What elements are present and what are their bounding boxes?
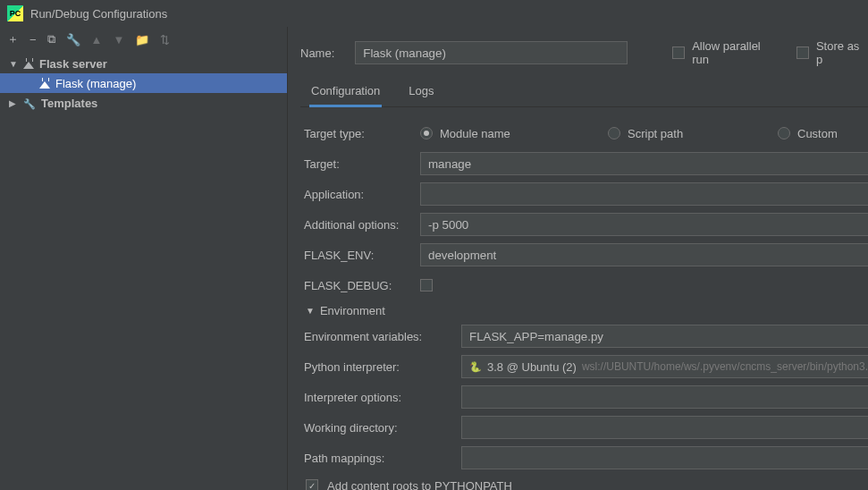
config-tree: ▼ Flask server Flask (manage) ▶ Template… bbox=[0, 52, 287, 490]
interpreter-label: Python interpreter: bbox=[304, 360, 461, 374]
checkbox-icon bbox=[672, 46, 685, 59]
checkbox-icon bbox=[796, 46, 809, 59]
chevron-down-icon: ▼ bbox=[9, 59, 18, 69]
radio-label: Custom bbox=[797, 127, 838, 140]
target-label: Target: bbox=[304, 157, 420, 171]
python-icon: 🐍 bbox=[469, 361, 482, 373]
environment-section-header[interactable]: ▼ Environment bbox=[300, 300, 868, 321]
tabs: Configuration Logs bbox=[300, 79, 868, 107]
titlebar: PC Run/Debug Configurations bbox=[0, 0, 868, 27]
tree-group-label: Templates bbox=[41, 97, 97, 110]
section-label: Environment bbox=[320, 304, 385, 317]
working-dir-label: Working directory: bbox=[304, 421, 461, 435]
path-mappings-input[interactable] bbox=[461, 446, 868, 469]
add-icon[interactable]: ＋ bbox=[7, 31, 19, 47]
toolbar: ＋ − ⧉ 🔧 ▲ ▼ 📁 ⇅ bbox=[0, 27, 287, 52]
radio-icon bbox=[608, 127, 620, 139]
chevron-right-icon: ▶ bbox=[9, 98, 18, 108]
additional-options-label: Additional options: bbox=[304, 218, 420, 232]
right-pane: Name: Allow parallel run Store as p Conf… bbox=[288, 27, 868, 490]
flask-icon bbox=[23, 58, 34, 69]
interp-options-input[interactable] bbox=[461, 385, 868, 409]
env-vars-label: Environment variables: bbox=[304, 330, 461, 343]
pycharm-logo-icon: PC bbox=[7, 5, 23, 21]
tree-group-templates[interactable]: ▶ Templates bbox=[0, 93, 287, 113]
name-label: Name: bbox=[300, 46, 341, 60]
tree-item-flask-manage[interactable]: Flask (manage) bbox=[0, 73, 287, 93]
radio-module-name[interactable]: Module name bbox=[420, 127, 608, 140]
checkbox-label: Add content roots to PYTHONPATH bbox=[327, 479, 512, 491]
sort-icon[interactable]: ⇅ bbox=[160, 33, 170, 46]
checkbox-label: Store as p bbox=[816, 39, 868, 66]
application-label: Application: bbox=[304, 188, 420, 201]
working-dir-input[interactable] bbox=[461, 416, 868, 439]
additional-options-input[interactable] bbox=[420, 213, 868, 236]
folder-icon[interactable]: 📁 bbox=[135, 33, 149, 46]
radio-custom[interactable]: Custom bbox=[778, 127, 838, 140]
remove-icon[interactable]: − bbox=[29, 33, 37, 46]
flask-icon bbox=[39, 78, 50, 89]
store-as-checkbox[interactable]: Store as p bbox=[796, 39, 868, 66]
flask-debug-checkbox[interactable] bbox=[420, 279, 433, 291]
application-input[interactable] bbox=[420, 182, 868, 206]
copy-icon[interactable]: ⧉ bbox=[47, 32, 55, 46]
tree-group-label: Flask server bbox=[39, 57, 107, 71]
interp-options-label: Interpreter options: bbox=[304, 391, 461, 404]
chevron-down-icon: ▼ bbox=[306, 306, 315, 316]
radio-script-path[interactable]: Script path bbox=[608, 127, 778, 140]
tree-group-flask-server[interactable]: ▼ Flask server bbox=[0, 54, 287, 73]
flask-env-input[interactable] bbox=[420, 243, 868, 266]
left-pane: ＋ − ⧉ 🔧 ▲ ▼ 📁 ⇅ ▼ Flask server Flask (ma… bbox=[0, 27, 288, 490]
down-icon[interactable]: ▼ bbox=[113, 33, 124, 46]
interpreter-name: 3.8 @ Ubuntu (2) bbox=[487, 360, 577, 374]
config-form: Target type: Module name Script path Cus… bbox=[300, 107, 868, 490]
target-type-label: Target type: bbox=[304, 127, 420, 140]
radio-label: Module name bbox=[440, 127, 510, 140]
checkbox-icon bbox=[306, 479, 318, 490]
radio-label: Script path bbox=[628, 127, 683, 140]
flask-debug-label: FLASK_DEBUG: bbox=[304, 279, 420, 292]
radio-icon bbox=[420, 127, 433, 139]
interpreter-select[interactable]: 🐍 3.8 @ Ubuntu (2) wsl://UBUNTU/home/ws/… bbox=[461, 355, 868, 378]
interpreter-path: wsl://UBUNTU/home/ws/.pyvenv/cncms_serve… bbox=[582, 360, 868, 373]
wrench-icon[interactable]: 🔧 bbox=[66, 33, 80, 46]
flask-env-label: FLASK_ENV: bbox=[304, 249, 420, 262]
tab-configuration[interactable]: Configuration bbox=[309, 79, 382, 107]
window-title: Run/Debug Configurations bbox=[30, 7, 167, 21]
tree-item-label: Flask (manage) bbox=[55, 77, 136, 90]
up-icon[interactable]: ▲ bbox=[91, 33, 103, 46]
radio-icon bbox=[778, 127, 790, 139]
path-mappings-label: Path mappings: bbox=[304, 452, 461, 465]
checkbox-label: Allow parallel run bbox=[692, 39, 779, 66]
allow-parallel-run-checkbox[interactable]: Allow parallel run bbox=[672, 39, 779, 66]
target-input[interactable] bbox=[420, 152, 868, 175]
env-vars-input[interactable] bbox=[461, 325, 868, 348]
name-input[interactable] bbox=[355, 41, 628, 64]
wrench-icon bbox=[23, 97, 36, 110]
tab-logs[interactable]: Logs bbox=[407, 79, 435, 106]
add-content-roots-checkbox[interactable]: Add content roots to PYTHONPATH bbox=[300, 473, 868, 490]
